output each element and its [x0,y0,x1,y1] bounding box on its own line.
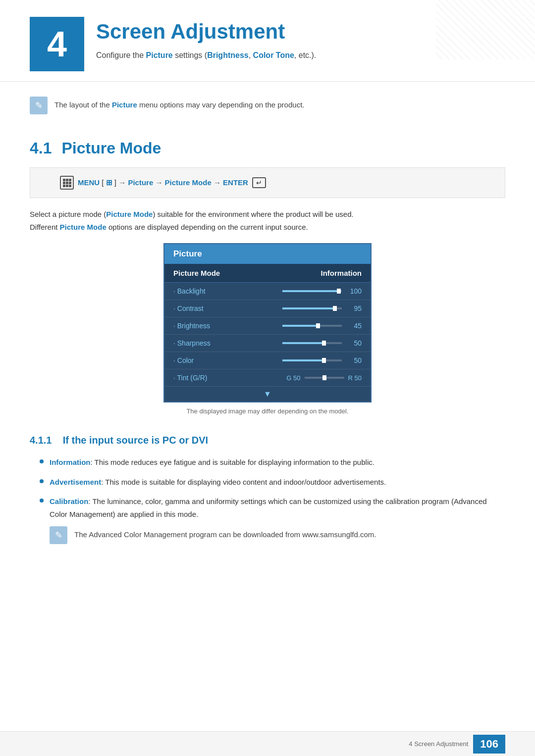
list-item-information: Information: This mode reduces eye fatig… [40,456,505,469]
desc-line1-bold: Picture Mode [106,210,153,218]
widget-contrast-right: 95 [282,304,362,312]
menu-grid-label: ⊞ [106,178,112,187]
bullet-text-information: Information: This mode reduces eye fatig… [50,456,374,469]
bullet-dot-advertisement [40,479,44,483]
note-text-2: The Advanced Color Management program ca… [74,526,376,541]
widget-color-value: 50 [347,356,362,364]
header-bg-pattern [436,0,535,59]
page-number: 106 [473,735,505,754]
subtitle-bold3: Color Tone [253,51,294,59]
widget-color-bar [282,359,342,361]
header-text-block: Screen Adjustment Configure the Picture … [96,15,316,61]
menu-arrow-1: → [118,178,126,187]
chapter-number: 4 [30,17,84,71]
subsection-411-label: If the input source is PC or DVI [63,435,208,446]
grid-icon [63,179,71,187]
widget-row-brightness: · Brightness 45 [164,317,371,335]
section-41-number: 4.1 [30,139,52,157]
widget-tint-label: · Tint (G/R) [173,374,207,382]
bullet-bold-information: Information [50,458,91,466]
widget-color-marker [322,358,326,363]
menu-icon [60,176,74,190]
desc-line1-plain: Select a picture mode ( [30,210,106,218]
note-text-1: The layout of the Picture menu options m… [54,97,304,111]
widget-brightness-bar [282,325,342,327]
widget-contrast-label: · Contrast [173,304,204,312]
section-41-title: 4.1Picture Mode [0,129,535,162]
widget-tint-marker [322,375,326,380]
note-icon-2 [50,526,67,544]
subtitle-bold1: Picture [146,51,173,59]
widget-footer: ▼ [164,387,371,402]
picture-widget: Picture Picture Mode Information · Backl… [163,243,372,403]
subsection-411-number: 4.1.1 [30,435,52,446]
note-bold-1: Picture [112,101,137,109]
widget-brightness-marker [316,323,320,328]
widget-color-label: · Color [173,356,194,364]
widget-brightness-fill [282,325,318,327]
menu-arrow-3: → [214,178,221,187]
subtitle-plain: Configure the [96,51,146,59]
sub-note-box: The Advanced Color Management program ca… [50,526,466,544]
chapter-subtitle: Configure the Picture settings (Brightne… [96,50,316,61]
widget-color-right: 50 [282,356,362,364]
widget-sharpness-value: 50 [347,339,362,347]
bullet-bold-calibration: Calibration [50,497,88,505]
bullet-text-calibration: Calibration: The luminance, color, gamma… [50,497,487,518]
note-end-1: menu options may vary depending on the p… [137,101,305,109]
widget-brightness-right: 45 [282,322,362,330]
widget-backlight-value: 100 [347,287,362,295]
chapter-title: Screen Adjustment [96,20,316,44]
widget-contrast-marker [333,306,337,311]
bullet-dot-information [40,459,44,463]
menu-bracket-open: [ [102,178,104,187]
page-footer: 4 Screen Adjustment 106 [0,731,535,756]
menu-label: MENU [78,178,100,187]
widget-brightness-label: · Brightness [173,322,210,330]
widget-backlight-right: 100 [282,287,362,295]
down-arrow-icon: ▼ [264,390,271,399]
desc-line2-plain: Different [30,223,60,231]
note-plain-1: The layout of the [54,101,112,109]
subsection-411-title: 4.1.1 If the input source is PC or DVI [0,425,535,451]
widget-tint-right: G 50 R 50 [286,374,362,382]
widget-brightness-value: 45 [347,322,362,330]
bullet-text-advertisement: Advertisement: This mode is suitable for… [50,476,386,489]
bullet-dot-calibration [40,499,44,503]
menu-item-picture: Picture [128,178,155,187]
subtitle-comma: , [249,51,253,59]
menu-bracket-close: ] [114,178,118,187]
widget-tint-g: G 50 [286,374,300,382]
widget-backlight-fill [282,290,339,292]
widget-backlight-marker [337,289,341,294]
desc-line2-bold: Picture Mode [60,223,107,231]
description-text: Select a picture mode (Picture Mode) sui… [0,208,535,233]
picture-widget-wrapper: Picture Picture Mode Information · Backl… [30,243,505,415]
widget-contrast-bar [282,307,342,309]
desc-line2-end: options are displayed depending on the c… [107,223,308,231]
subtitle-end: , etc.). [294,51,316,59]
widget-sharpness-fill [282,342,324,344]
menu-item-picturemode: Picture Mode [165,178,214,187]
widget-sharpness-marker [322,341,326,346]
page-header: 4 Screen Adjustment Configure the Pictur… [0,0,535,82]
menu-path-text: MENU [ ⊞ ] → Picture → Picture Mode → EN… [78,178,248,187]
footer-text: 4 Screen Adjustment [409,740,468,748]
list-item-advertisement: Advertisement: This mode is suitable for… [40,476,505,489]
list-item-calibration: Calibration: The luminance, color, gamma… [40,495,505,549]
widget-backlight-bar [282,290,342,292]
enter-icon: ↵ [252,177,266,188]
widget-contrast-fill [282,307,335,309]
widget-row-contrast: · Contrast 95 [164,300,371,317]
widget-sharpness-bar [282,342,342,344]
bullet-list: Information: This mode reduces eye fatig… [0,451,535,561]
desc-line1-end: ) suitable for the environment where the… [153,210,353,218]
widget-tint-r: R 50 [348,374,362,382]
bullet-text-calibration-wrapper: Calibration: The luminance, color, gamma… [50,495,505,549]
widget-backlight-label: · Backlight [173,287,206,295]
widget-row-backlight: · Backlight 100 [164,283,371,300]
widget-header-label: Picture Mode [173,269,220,277]
note-icon-1 [30,97,48,114]
widget-header-value: Information [321,269,362,277]
widget-color-fill [282,359,324,361]
